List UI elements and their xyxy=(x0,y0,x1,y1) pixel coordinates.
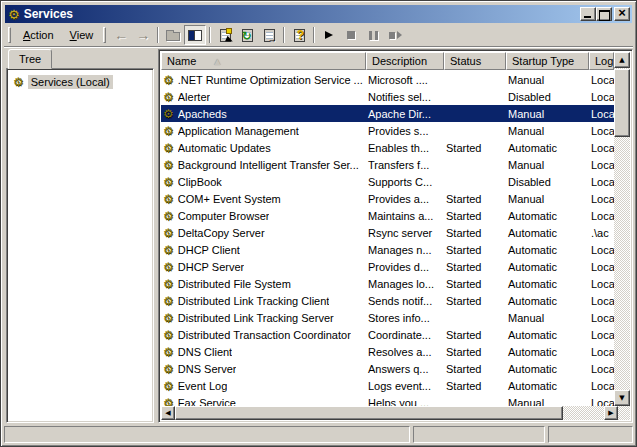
service-name: DHCP Server xyxy=(178,261,244,273)
service-status: Started xyxy=(444,329,506,341)
tab-tree[interactable]: Tree xyxy=(8,49,52,69)
service-row[interactable]: ⚙.NET Runtime Optimization Service ...Mi… xyxy=(161,71,614,88)
service-gear-icon: ⚙ xyxy=(163,397,174,407)
scroll-right-icon[interactable]: ▶ xyxy=(604,406,618,420)
window-title: Services xyxy=(24,7,73,21)
service-row[interactable]: ⚙DHCP ServerProvides d...StartedAutomati… xyxy=(161,258,614,275)
service-log-on-as: Loca xyxy=(589,125,614,137)
menu-view[interactable]: View xyxy=(62,26,102,44)
export-list-button[interactable] xyxy=(258,25,280,45)
service-name-cell: ⚙Alerter xyxy=(161,91,366,103)
service-status: Started xyxy=(444,363,506,375)
restart-service-button xyxy=(384,25,406,45)
column-header-description[interactable]: Description xyxy=(366,52,444,70)
horizontal-scrollbar[interactable]: ◀ ▶ xyxy=(161,406,630,420)
scroll-down-icon[interactable]: ▼ xyxy=(614,390,630,406)
service-startup-type: Automatic xyxy=(506,346,589,358)
maximize-button[interactable] xyxy=(596,7,612,21)
column-header-log[interactable]: Log xyxy=(589,52,614,70)
service-row[interactable]: ⚙Distributed File SystemManages lo...Sta… xyxy=(161,275,614,292)
toolbar-separator xyxy=(283,27,285,43)
service-row[interactable]: ⚙Background Intelligent Transfer Ser...T… xyxy=(161,156,614,173)
service-row[interactable]: ⚙DNS ClientResolves a...StartedAutomatic… xyxy=(161,343,614,360)
service-name: Event Log xyxy=(178,380,228,392)
service-startup-type: Automatic xyxy=(506,329,589,341)
service-row[interactable]: ⚙Automatic UpdatesEnables th...StartedAu… xyxy=(161,139,614,156)
rebar-gripper[interactable] xyxy=(103,27,106,43)
service-log-on-as: Loca xyxy=(589,142,614,154)
service-startup-type: Automatic xyxy=(506,142,589,154)
service-row[interactable]: ⚙COM+ Event SystemProvides a...StartedMa… xyxy=(161,190,614,207)
service-status: Started xyxy=(444,380,506,392)
service-row[interactable]: ⚙Computer BrowserMaintains a...StartedAu… xyxy=(161,207,614,224)
help-button[interactable] xyxy=(288,25,310,45)
properties-icon xyxy=(220,29,231,42)
column-header-name[interactable]: Name▲ xyxy=(161,52,366,70)
refresh-button[interactable] xyxy=(236,25,258,45)
service-log-on-as: Loca xyxy=(589,380,614,392)
service-startup-type: Disabled xyxy=(506,91,589,103)
service-row[interactable]: ⚙DHCP ClientManages n...StartedAutomatic… xyxy=(161,241,614,258)
menu-action[interactable]: Action xyxy=(15,26,62,44)
start-service-button[interactable] xyxy=(318,25,340,45)
service-status: Started xyxy=(444,142,506,154)
service-description: Answers q... xyxy=(366,363,444,375)
service-log-on-as: Loca xyxy=(589,193,614,205)
service-description: Helps you ... xyxy=(366,397,444,407)
service-startup-type: Disabled xyxy=(506,176,589,188)
service-row[interactable]: ⚙DNS ServerAnswers q...StartedAutomaticL… xyxy=(161,360,614,377)
service-row[interactable]: ⚙ApachedsApache Dir...ManualLoca xyxy=(161,105,614,122)
service-gear-icon: ⚙ xyxy=(163,295,174,307)
service-description: Provides d... xyxy=(366,261,444,273)
service-row[interactable]: ⚙AlerterNotifies sel...DisabledLoca xyxy=(161,88,614,105)
service-name-cell: ⚙Distributed Link Tracking Server xyxy=(161,312,366,324)
service-name-cell: ⚙Automatic Updates xyxy=(161,142,366,154)
service-row[interactable]: ⚙Distributed Link Tracking ServerStores … xyxy=(161,309,614,326)
service-row[interactable]: ⚙Event LogLogs event...StartedAutomaticL… xyxy=(161,377,614,394)
scroll-up-icon[interactable]: ▲ xyxy=(614,52,630,68)
vertical-scrollbar-thumb[interactable] xyxy=(614,69,630,137)
horizontal-scrollbar-thumb[interactable] xyxy=(175,406,563,420)
tree-item-services-local[interactable]: ⚙ Services (Local) xyxy=(13,75,153,89)
status-panel xyxy=(548,426,633,443)
service-row[interactable]: ⚙DeltaCopy ServerRsync serverStartedAuto… xyxy=(161,224,614,241)
service-gear-icon: ⚙ xyxy=(163,227,174,239)
column-header-label: Startup Type xyxy=(512,55,574,67)
close-button[interactable] xyxy=(614,7,630,21)
service-startup-type: Manual xyxy=(506,159,589,171)
column-header-status[interactable]: Status xyxy=(444,52,506,70)
service-row[interactable]: ⚙Fax ServiceHelps you ...ManualLoca xyxy=(161,394,614,406)
service-gear-icon: ⚙ xyxy=(163,261,174,273)
service-row[interactable]: ⚙ClipBookSupports C...DisabledLoca xyxy=(161,173,614,190)
vertical-scrollbar[interactable]: ▲ ▼ xyxy=(614,52,630,406)
properties-button[interactable] xyxy=(214,25,236,45)
column-header-label: Description xyxy=(372,55,427,67)
show-hide-console-tree-button[interactable] xyxy=(184,25,206,45)
rebar-gripper[interactable] xyxy=(8,27,11,43)
service-name: Distributed File System xyxy=(178,278,291,290)
service-log-on-as: Loca xyxy=(589,261,614,273)
service-log-on-as: Loca xyxy=(589,278,614,290)
service-description: Rsync server xyxy=(366,227,444,239)
service-row[interactable]: ⚙Application ManagementProvides s...Manu… xyxy=(161,122,614,139)
service-log-on-as: Loca xyxy=(589,312,614,324)
service-name-cell: ⚙Background Intelligent Transfer Ser... xyxy=(161,159,366,171)
services-app-icon: ⚙ xyxy=(8,8,20,21)
service-row[interactable]: ⚙Distributed Transaction CoordinatorCoor… xyxy=(161,326,614,343)
service-startup-type: Manual xyxy=(506,74,589,86)
status-panel xyxy=(413,426,545,443)
list-rows: ⚙.NET Runtime Optimization Service ...Mi… xyxy=(161,71,614,406)
forward-button xyxy=(132,25,154,45)
service-gear-icon: ⚙ xyxy=(163,346,174,358)
column-header-startup-type[interactable]: Startup Type xyxy=(506,52,589,70)
service-description: Supports C... xyxy=(366,176,444,188)
service-log-on-as: Loca xyxy=(589,295,614,307)
service-row[interactable]: ⚙Distributed Link Tracking ClientSends n… xyxy=(161,292,614,309)
back-button xyxy=(110,25,132,45)
scroll-left-icon[interactable]: ◀ xyxy=(161,406,175,420)
service-description: Sends notif... xyxy=(366,295,444,307)
service-description: Notifies sel... xyxy=(366,91,444,103)
service-status: Started xyxy=(444,210,506,222)
service-startup-type: Automatic xyxy=(506,363,589,375)
minimize-button[interactable] xyxy=(580,7,596,21)
